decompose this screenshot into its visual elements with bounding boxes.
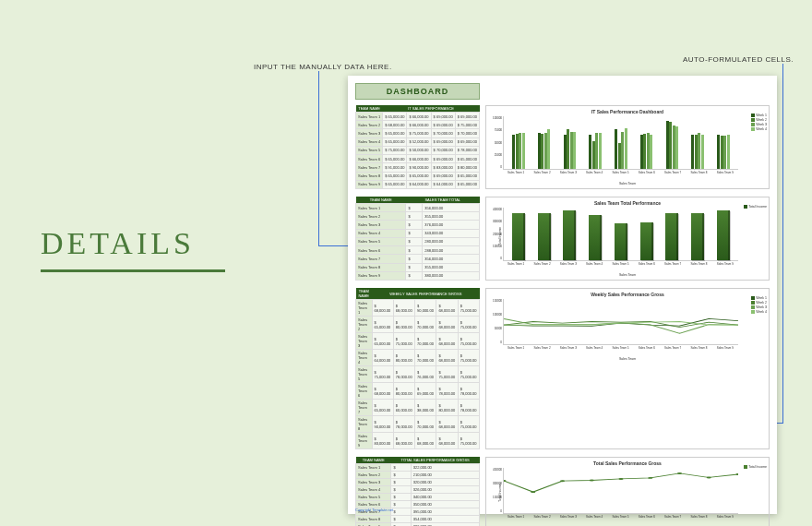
table-row: Sales Team 9$380,000.00 (356, 271, 480, 280)
table-it-sales: TEAM NAMEIT SALES PERFORMANCE Sales Team… (355, 105, 480, 189)
table-row: Sales Team 1$356,000.00 (356, 204, 480, 212)
table-weekly-gross: TEAM NAMEWEEKLY SALES PERFORMANCE GROSS … (355, 288, 480, 449)
annotation-auto-cells: AUTO-FORMULATED CELLS. (683, 55, 794, 64)
dashboard-title: DASHBOARD (355, 83, 480, 100)
svg-point-5 (648, 477, 652, 479)
table-row: Sales Team 7$ 65,000.00$ 60,000.00$ 38,0… (356, 400, 480, 416)
table-row: Sales Team 7$356,000.00 (356, 255, 480, 263)
table-row: Sales Team 2$210,000.00 (356, 472, 480, 479)
table-row: Sales Team 1$ 65,000.00$ 66,000.00$ 69,0… (356, 113, 480, 121)
table-row: Sales Team 7$ 91,000.00$ 90,000.00$ 83,0… (356, 163, 480, 172)
table-row: Sales Team 8$355,000.00 (356, 263, 480, 271)
table-row: Sales Team 4$343,000.00 (356, 229, 480, 237)
table-row: Sales Team 4$ 65,000.00$ 52,000.00$ 69,0… (356, 137, 480, 146)
table-row: Sales Team 8$ 90,000.00$ 78,000.00$ 70,0… (356, 416, 480, 433)
table-row: Sales Team 2$ 68,000.00$ 66,000.00$ 69,0… (356, 121, 480, 129)
table-row: Sales Team 4$326,000.00 (356, 486, 480, 494)
chart-total-gross: Total Sales Performance Gross Total Inco… (485, 457, 770, 526)
svg-point-7 (707, 476, 711, 478)
svg-point-1 (531, 491, 535, 493)
table-row: Sales Team 2$ 65,000.00$ 80,000.00$ 70,0… (356, 317, 480, 333)
table-row: Sales Team 3$ 65,000.00$ 75,000.00$ 70,0… (356, 129, 480, 137)
details-underline (41, 269, 225, 272)
chart-it-sales-dashboard: IT Sales Performance Dashboard Week 1Wee… (485, 105, 770, 189)
svg-point-4 (618, 478, 623, 480)
annotation-input-data: INPUT THE MANUALLY DATA HERE. (254, 63, 392, 71)
svg-point-3 (590, 480, 594, 482)
table-row: Sales Team 1$322,000.00 (356, 464, 480, 472)
table-row: Sales Team 5$ 75,000.00$ 78,000.00$ 76,0… (356, 366, 480, 383)
svg-point-6 (677, 472, 682, 474)
details-heading: DETAILS (41, 226, 195, 261)
table-row: Sales Team 8$354,000.00 (356, 516, 480, 523)
footer-copyright: Copyright Template.net (355, 508, 393, 512)
svg-point-8 (735, 473, 738, 475)
table-row: Sales Team 4$ 64,000.00$ 80,000.00$ 70,0… (356, 350, 480, 366)
table-row: Sales Team 6$ 65,000.00$ 66,000.00$ 69,0… (356, 155, 480, 163)
table-row: Sales Team 9$ 83,000.00$ 68,000.00$ 68,0… (356, 433, 480, 449)
document-preview: DASHBOARD TEAM NAMEIT SALES PERFORMANCE … (348, 76, 777, 514)
table-row: Sales Team 2$355,000.00 (356, 212, 480, 221)
table-row: Sales Team 5$ 75,000.00$ 50,000.00$ 70,0… (356, 146, 480, 154)
table-row: Sales Team 9$386,000.00 (356, 523, 480, 527)
svg-point-2 (560, 480, 565, 482)
table-row: Sales Team 9$ 65,000.00$ 64,000.00$ 64,0… (356, 180, 480, 188)
table-row: Sales Team 6$ 68,000.00$ 80,000.00$ 69,0… (356, 383, 480, 400)
table-row: Sales Team 3$320,000.00 (356, 479, 480, 486)
table-row: Sales Team 5$280,000.00 (356, 237, 480, 245)
chart-weekly-gross: Weekly Sales Performance Gross Week 1Wee… (485, 288, 770, 449)
table-row: Sales Team 6$288,000.00 (356, 246, 480, 255)
table-row: Sales Team 1$ 68,000.00$ 68,000.00$ 90,0… (356, 300, 480, 317)
chart-sales-total: Sales Team Total Performance Total Incom… (485, 197, 770, 281)
table-row: Sales Team 3$ 65,000.00$ 75,000.00$ 70,0… (356, 333, 480, 350)
table-row: Sales Team 8$ 65,000.00$ 65,000.00$ 69,0… (356, 172, 480, 180)
table-row: Sales Team 5$340,000.00 (356, 494, 480, 501)
table-sales-total: TEAM NAMESALES TEAM TOTAL Sales Team 1$3… (355, 197, 480, 281)
table-row: Sales Team 3$376,000.00 (356, 221, 480, 229)
table-total-gross: TEAM NAMETOTAL SALES PERFORMANCE GROSS S… (355, 457, 480, 526)
